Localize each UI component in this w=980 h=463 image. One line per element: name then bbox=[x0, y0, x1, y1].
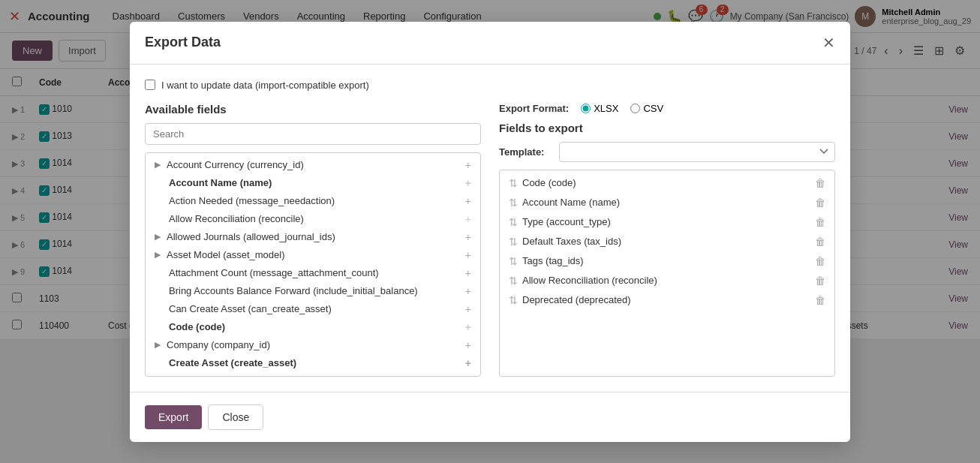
template-row: Template: bbox=[499, 142, 835, 162]
add-field-icon[interactable]: + bbox=[465, 267, 471, 279]
modal-close-button[interactable]: ✕ bbox=[822, 34, 835, 52]
fields-to-export-title: Fields to export bbox=[499, 122, 835, 134]
delete-field-icon[interactable]: 🗑 bbox=[815, 275, 825, 287]
list-item[interactable]: Bring Accounts Balance Forward (include_… bbox=[146, 282, 480, 300]
expand-icon: ▶ bbox=[155, 250, 161, 260]
xlsx-option[interactable]: XLSX bbox=[581, 103, 618, 114]
list-item[interactable]: Action Needed (message_needaction) + bbox=[146, 192, 480, 210]
delete-field-icon[interactable]: 🗑 bbox=[815, 197, 825, 209]
export-format-label: Export Format: bbox=[499, 103, 569, 114]
add-field-icon[interactable]: + bbox=[465, 231, 471, 243]
modal-columns: Available fields ▶ Account Currency (cur… bbox=[145, 103, 835, 340]
import-compatible-label: I want to update data (import-compatible… bbox=[161, 80, 369, 91]
export-field-item[interactable]: ⇅ Type (account_type) 🗑 bbox=[500, 212, 834, 232]
add-field-icon[interactable]: + bbox=[465, 249, 471, 261]
export-field-item[interactable]: ⇅ Tags (tag_ids) 🗑 bbox=[500, 251, 834, 271]
modal-title: Export Data bbox=[145, 35, 221, 50]
drag-handle-icon[interactable]: ⇅ bbox=[509, 294, 518, 306]
csv-option[interactable]: CSV bbox=[630, 103, 663, 114]
list-item[interactable]: ▶ Allowed Journals (allowed_journal_ids)… bbox=[146, 228, 480, 246]
export-format-row: Export Format: XLSX CSV bbox=[499, 103, 835, 114]
template-label: Template: bbox=[499, 146, 552, 158]
modal-overlay: Export Data ✕ I want to update data (imp… bbox=[0, 0, 980, 339]
modal-header: Export Data ✕ bbox=[130, 22, 850, 65]
drag-handle-icon[interactable]: ⇅ bbox=[509, 197, 518, 209]
list-item[interactable]: Account Name (name) + bbox=[146, 174, 480, 192]
add-field-icon[interactable]: + bbox=[465, 321, 471, 333]
available-fields-title: Available fields bbox=[145, 103, 481, 116]
export-field-item[interactable]: ⇅ Default Taxes (tax_ids) 🗑 bbox=[500, 232, 834, 251]
drag-handle-icon[interactable]: ⇅ bbox=[509, 177, 518, 189]
expand-icon: ▶ bbox=[155, 232, 161, 242]
export-modal: Export Data ✕ I want to update data (imp… bbox=[130, 22, 850, 340]
drag-handle-icon[interactable]: ⇅ bbox=[509, 236, 518, 248]
import-compatible-checkbox[interactable] bbox=[145, 80, 155, 90]
delete-field-icon[interactable]: 🗑 bbox=[815, 177, 825, 189]
import-compatible-row: I want to update data (import-compatible… bbox=[145, 80, 835, 91]
add-field-icon[interactable]: + bbox=[465, 177, 471, 189]
drag-handle-icon[interactable]: ⇅ bbox=[509, 255, 518, 267]
export-fields-list: ⇅ Code (code) 🗑 ⇅ Account Name (name) 🗑 bbox=[499, 170, 835, 340]
delete-field-icon[interactable]: 🗑 bbox=[815, 236, 825, 248]
list-item[interactable]: Allow Reconciliation (reconcile) + bbox=[146, 210, 480, 228]
template-select[interactable] bbox=[559, 142, 835, 162]
add-field-icon[interactable]: + bbox=[465, 159, 471, 171]
delete-field-icon[interactable]: 🗑 bbox=[815, 216, 825, 228]
list-item[interactable]: Attachment Count (message_attachment_cou… bbox=[146, 264, 480, 282]
available-fields-list: ▶ Account Currency (currency_id) + Accou… bbox=[145, 152, 481, 340]
delete-field-icon[interactable]: 🗑 bbox=[815, 294, 825, 306]
export-field-item[interactable]: ⇅ Account Name (name) 🗑 bbox=[500, 193, 834, 212]
add-field-icon[interactable]: + bbox=[465, 195, 471, 207]
modal-body: I want to update data (import-compatible… bbox=[130, 65, 850, 340]
list-item[interactable]: Can Create Asset (can_create_asset) + bbox=[146, 300, 480, 318]
add-field-icon[interactable]: + bbox=[465, 285, 471, 297]
csv-radio[interactable] bbox=[630, 104, 640, 113]
list-item[interactable]: ▶ Company (company_id) + bbox=[146, 336, 480, 340]
xlsx-radio[interactable] bbox=[581, 104, 591, 113]
expand-icon: ▶ bbox=[155, 160, 161, 170]
delete-field-icon[interactable]: 🗑 bbox=[815, 255, 825, 267]
drag-handle-icon[interactable]: ⇅ bbox=[509, 275, 518, 287]
list-item[interactable]: Code (code) + bbox=[146, 318, 480, 336]
fields-to-export-section: Export Format: XLSX CSV Fields to export bbox=[499, 103, 835, 340]
add-field-icon[interactable]: + bbox=[465, 339, 471, 340]
export-field-item[interactable]: ⇅ Deprecated (deprecated) 🗑 bbox=[500, 290, 834, 310]
export-field-item[interactable]: ⇅ Code (code) 🗑 bbox=[500, 173, 834, 193]
list-item[interactable]: ▶ Account Currency (currency_id) + bbox=[146, 156, 480, 174]
search-input[interactable] bbox=[145, 123, 481, 145]
add-field-icon[interactable]: + bbox=[465, 303, 471, 315]
add-field-icon[interactable]: + bbox=[465, 213, 471, 225]
export-field-item[interactable]: ⇅ Allow Reconciliation (reconcile) 🗑 bbox=[500, 271, 834, 290]
drag-handle-icon[interactable]: ⇅ bbox=[509, 216, 518, 228]
available-fields-section: Available fields ▶ Account Currency (cur… bbox=[145, 103, 481, 340]
list-item[interactable]: ▶ Asset Model (asset_model) + bbox=[146, 246, 480, 264]
